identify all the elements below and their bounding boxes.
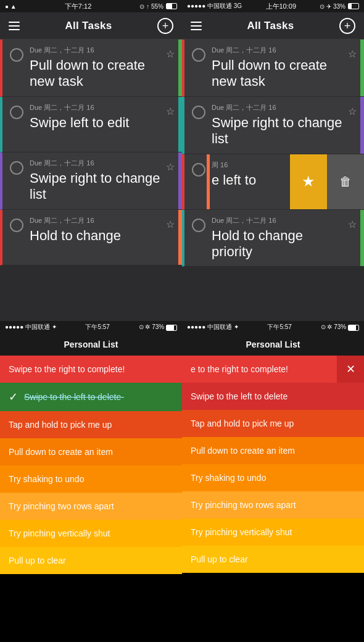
- add-task-btn-tr[interactable]: +: [339, 18, 355, 34]
- task-item-1-tr[interactable]: Due 周二，十二月 16 Pull down to create new ta…: [182, 40, 364, 97]
- status-right-tl: ⊙ ↑ 55%: [139, 3, 177, 10]
- personal-header-title-br: Personal List: [246, 340, 300, 349]
- task-due-4-tr: Due 周二，十二月 16: [212, 216, 344, 225]
- personal-list-br: e to the right to complete! ✕ Swipe to t…: [182, 356, 364, 573]
- personal-item-2-bl[interactable]: ✓ Swipe to the left to delete-: [0, 383, 182, 411]
- status-time-bl: 下午5:57: [85, 323, 109, 331]
- black-footer-bl: [0, 574, 182, 636]
- task-checkbox-1-tr[interactable]: [192, 48, 205, 62]
- side-accent-2-tr: [360, 97, 364, 154]
- personal-item-text-3-br: Tap and hold to pick me up: [191, 419, 294, 428]
- screen-top-right: ●●●●● 中国联通 3G 上午10:09 ⊙ ✈ 33% All Tasks …: [182, 0, 364, 321]
- task-due-2-tr: Due 周二，十二月 16: [212, 103, 344, 112]
- personal-header-br: Personal List: [182, 333, 364, 356]
- personal-item-text-4-br: Pull down to create an item: [191, 446, 295, 456]
- side-accent-1-tr: [360, 40, 364, 96]
- task-checkbox-3-tl[interactable]: [10, 161, 23, 175]
- task-content-1-tl: Due 周二，十二月 16 Pull down to create new ta…: [30, 46, 162, 90]
- task-item-1-tl[interactable]: Due 周二，十二月 16 Pull down to create new ta…: [0, 40, 182, 97]
- task-title-2-tl: Swipe left to edit: [30, 115, 162, 131]
- personal-item-text-7-br: Try pinching vertically shut: [191, 527, 292, 537]
- personal-item-4-br[interactable]: Pull down to create an item: [182, 437, 364, 464]
- task-checkbox-1-tl[interactable]: [10, 48, 23, 62]
- personal-item-8-bl[interactable]: Pull up to clear: [0, 547, 182, 574]
- hamburger-menu-tl[interactable]: [9, 22, 20, 30]
- personal-item-3-bl[interactable]: Tap and hold to pick me up: [0, 411, 182, 438]
- task-title-1-tl: Pull down to create new task: [30, 57, 162, 90]
- personal-item-text-1-bl: Swipe to the right to complete!: [9, 364, 125, 374]
- task-star-2-tr[interactable]: ☆: [348, 106, 357, 117]
- task-checkbox-2-tl[interactable]: [10, 106, 23, 119]
- task-checkbox-2-tr[interactable]: [192, 106, 205, 119]
- task-content-2-tr: Due 周二，十二月 16 Swipe right to change list: [212, 103, 344, 148]
- personal-item-2-br[interactable]: Swipe to the left to delete: [182, 383, 364, 410]
- personal-item-text-4-bl: Pull down to create an item: [9, 447, 113, 457]
- task-item-2-tl[interactable]: Due 周二，十二月 16 Swipe left to edit ☆: [0, 97, 182, 152]
- personal-item-8-br[interactable]: Pull up to clear: [182, 546, 364, 573]
- personal-item-text-2-bl: Swipe to the left to delete-: [24, 392, 124, 402]
- task-item-3-tr-swiped[interactable]: 周 16 e left to ★ 🗑: [182, 154, 364, 210]
- personal-item-text-8-bl: Pull up to clear: [9, 556, 66, 565]
- personal-item-1-br[interactable]: e to the right to complete! ✕: [182, 356, 364, 383]
- status-right-bl: ⊙ ✲ 73%: [139, 323, 177, 330]
- personal-item-3-br[interactable]: Tap and hold to pick me up: [182, 410, 364, 437]
- personal-item-7-br[interactable]: Try pinching vertically shut: [182, 519, 364, 546]
- status-bar-tr: ●●●●● 中国联通 3G 上午10:09 ⊙ ✈ 33%: [182, 0, 364, 12]
- task-item-2-tr[interactable]: Due 周二，十二月 16 Swipe right to change list…: [182, 97, 364, 154]
- status-time-tr: 上午10:09: [266, 2, 297, 11]
- personal-item-text-5-br: Try shaking to undo: [191, 473, 266, 483]
- task-due-3-tl: Due 周二，十二月 16: [30, 159, 162, 168]
- task-due-1-tr: Due 周二，十二月 16: [212, 46, 344, 55]
- task-content-4-tr: Due 周二，十二月 16 Hold to change priority: [212, 216, 344, 261]
- personal-item-text-1-br: e to the right to complete!: [182, 357, 337, 381]
- header-title-tr: All Tasks: [247, 20, 294, 32]
- personal-item-7-bl[interactable]: Try pinching vertically shut: [0, 520, 182, 547]
- task-star-4-tr[interactable]: ☆: [348, 219, 357, 230]
- personal-item-6-br[interactable]: Try pinching two rows apart: [182, 491, 364, 519]
- task-star-1-tr[interactable]: ☆: [348, 48, 357, 60]
- personal-item-text-6-bl: Try pinching two rows apart: [9, 501, 114, 511]
- status-right-br: ⊙ ✲ 73%: [321, 323, 359, 330]
- status-bar-br: ●●●●● 中国联通 ✦ 下午5:57 ⊙ ✲ 73%: [182, 321, 364, 333]
- add-task-btn-tl[interactable]: +: [157, 18, 173, 34]
- task-star-1-tl[interactable]: ☆: [166, 48, 175, 60]
- hamburger-menu-tr[interactable]: [191, 22, 202, 30]
- task-item-3-tl[interactable]: Due 周二，十二月 16 Swipe right to change list…: [0, 152, 182, 210]
- personal-item-text-7-bl: Try pinching vertically shut: [9, 528, 110, 538]
- black-footer-br: [182, 573, 364, 635]
- personal-item-text-5-bl: Try shaking to undo: [9, 474, 84, 484]
- status-left-br: ●●●●● 中国联通 ✦: [187, 323, 239, 331]
- task-due-1-tl: Due 周二，十二月 16: [30, 46, 162, 55]
- side-accent-4-tr: [360, 210, 364, 267]
- screen-bottom-left: ●●●●● 中国联通 ✦ 下午5:57 ⊙ ✲ 73% Personal Lis…: [0, 321, 182, 642]
- task-content-4-tl: Due 周二，十二月 16 Hold to change: [30, 216, 162, 244]
- star-action-btn[interactable]: ★: [290, 154, 327, 209]
- task-title-2-tr: Swipe right to change list: [212, 115, 344, 148]
- close-btn-br[interactable]: ✕: [337, 356, 364, 383]
- task-checkbox-3-tr[interactable]: [192, 163, 205, 177]
- task-star-4-tl[interactable]: ☆: [166, 219, 175, 230]
- swipe-indicator: [207, 154, 210, 209]
- task-item-4-tr[interactable]: Due 周二，十二月 16 Hold to change priority ☆: [182, 210, 364, 267]
- task-list-tl: Due 周二，十二月 16 Pull down to create new ta…: [0, 40, 182, 265]
- task-checkbox-4-tr[interactable]: [192, 219, 205, 232]
- task-star-3-tl[interactable]: ☆: [166, 161, 175, 173]
- personal-item-5-br[interactable]: Try shaking to undo: [182, 464, 364, 491]
- app-header-tr: All Tasks +: [182, 12, 364, 40]
- task-content-3-tr: 周 16 e left to: [212, 160, 284, 188]
- status-right-tr: ⊙ ✈ 33%: [320, 3, 359, 10]
- personal-item-1-bl[interactable]: Swipe to the right to complete!: [0, 356, 182, 383]
- task-item-4-tl[interactable]: Due 周二，十二月 16 Hold to change ☆: [0, 210, 182, 265]
- trash-action-btn[interactable]: 🗑: [327, 154, 364, 209]
- personal-item-text-3-bl: Tap and hold to pick me up: [9, 420, 112, 430]
- status-left-bl: ●●●●● 中国联通 ✦: [5, 323, 57, 331]
- personal-item-4-bl[interactable]: Pull down to create an item: [0, 438, 182, 465]
- task-checkbox-4-tl[interactable]: [10, 219, 23, 232]
- personal-item-6-bl[interactable]: Try pinching two rows apart: [0, 493, 182, 520]
- personal-item-5-bl[interactable]: Try shaking to undo: [0, 465, 182, 493]
- personal-header-bl: Personal List: [0, 333, 182, 356]
- task-title-4-tr: Hold to change priority: [212, 228, 344, 261]
- task-star-2-tl[interactable]: ☆: [166, 106, 175, 117]
- task-due-3-tr: 周 16: [212, 160, 284, 170]
- task-title-3-tl: Swipe right to change list: [30, 170, 162, 203]
